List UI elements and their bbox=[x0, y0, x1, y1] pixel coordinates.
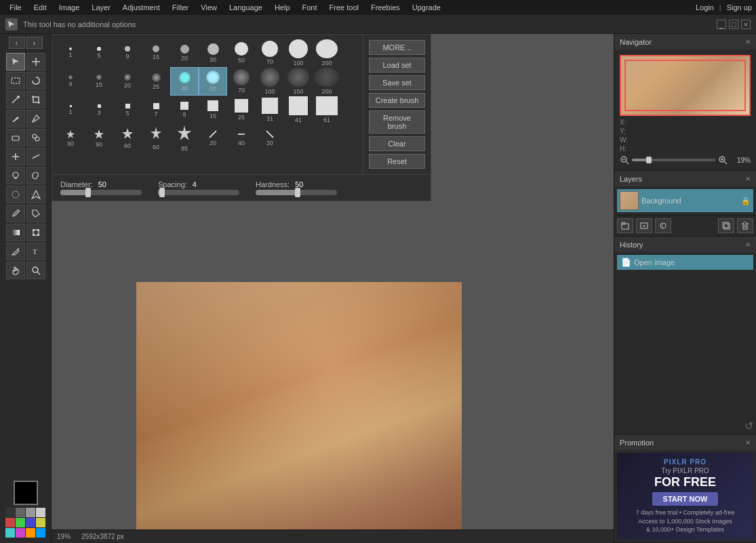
brush-15[interactable]: 15 bbox=[142, 39, 170, 67]
brush-100[interactable]: 100 bbox=[284, 39, 313, 67]
brush-sharp-25[interactable]: 25 bbox=[227, 96, 256, 124]
rectangle-select-tool[interactable] bbox=[6, 72, 25, 89]
create-brush-button[interactable]: Create brush bbox=[369, 93, 425, 108]
brush-r2-25[interactable]: 25 bbox=[142, 67, 170, 96]
signup-link[interactable]: Sign up bbox=[727, 3, 752, 12]
smudge-tool[interactable] bbox=[26, 148, 45, 165]
color-cell[interactable] bbox=[26, 508, 35, 517]
heal-tool[interactable] bbox=[6, 148, 25, 165]
brush-r2-20[interactable]: 20 bbox=[113, 67, 142, 96]
pen-tool[interactable] bbox=[6, 243, 25, 260]
spacing-slider[interactable] bbox=[158, 190, 239, 195]
window-close-btn[interactable]: × bbox=[741, 20, 751, 29]
menu-image[interactable]: Image bbox=[54, 2, 85, 13]
brush-r2-15[interactable]: 15 bbox=[85, 67, 113, 96]
navigator-close[interactable]: × bbox=[745, 37, 751, 47]
menu-edit[interactable]: Edit bbox=[28, 2, 52, 13]
burn-tool[interactable] bbox=[26, 167, 45, 184]
brush-r2-200[interactable]: 200 bbox=[313, 67, 341, 96]
layers-close[interactable]: × bbox=[745, 174, 751, 184]
brush-sharp-61[interactable]: 61 bbox=[313, 96, 341, 124]
clone-tool[interactable] bbox=[26, 129, 45, 146]
menu-adjustment[interactable]: Adjustment bbox=[117, 2, 165, 13]
brush-line45-20[interactable]: 20 bbox=[199, 124, 227, 153]
menu-file[interactable]: File bbox=[4, 2, 27, 13]
brush-50[interactable]: 50 bbox=[227, 39, 256, 67]
layer-effects-btn[interactable] bbox=[655, 218, 671, 233]
menu-freebies[interactable]: Freebies bbox=[365, 2, 405, 13]
diameter-slider[interactable] bbox=[60, 190, 142, 195]
color-cell[interactable] bbox=[16, 528, 25, 538]
menu-view[interactable]: View bbox=[195, 2, 222, 13]
fill-tool[interactable] bbox=[26, 205, 45, 222]
brush-star4b-90[interactable]: 90 bbox=[85, 124, 113, 153]
color-cell[interactable] bbox=[16, 518, 25, 527]
color-cell[interactable] bbox=[36, 518, 45, 527]
brush-r2-50[interactable]: 50 bbox=[199, 67, 227, 96]
hardness-slider[interactable] bbox=[256, 190, 337, 195]
history-close[interactable]: × bbox=[745, 239, 751, 249]
color-cell[interactable] bbox=[16, 508, 25, 517]
menu-font[interactable]: Font bbox=[297, 2, 323, 13]
canvas-area[interactable]: 1 5 9 15 20 30 50 70 100 200 bbox=[52, 34, 614, 543]
menu-upgrade[interactable]: Upgrade bbox=[407, 2, 446, 13]
brush-line45b-20[interactable]: 20 bbox=[256, 124, 284, 153]
brush-r2-30[interactable]: 30 bbox=[170, 67, 199, 96]
layer-duplicate-btn[interactable] bbox=[718, 218, 734, 233]
brush-r2-70[interactable]: 70 bbox=[227, 67, 256, 96]
brush-line-40[interactable]: 40 bbox=[227, 124, 256, 153]
brush-star4-90[interactable]: 90 bbox=[56, 124, 85, 153]
promotion-close[interactable]: × bbox=[745, 437, 751, 447]
layer-background[interactable]: Background 🔒 bbox=[617, 189, 753, 212]
wand-tool[interactable] bbox=[6, 91, 25, 108]
menu-language[interactable]: Language bbox=[224, 2, 268, 13]
gradient-tool[interactable] bbox=[6, 224, 25, 241]
menu-free-tool[interactable]: Free tool bbox=[324, 2, 364, 13]
text-tool[interactable]: T bbox=[26, 243, 45, 260]
clear-button[interactable]: Clear bbox=[369, 136, 425, 151]
brush-5[interactable]: 5 bbox=[85, 39, 113, 67]
sharpen-tool[interactable] bbox=[26, 186, 45, 203]
eraser-tool[interactable] bbox=[6, 129, 25, 146]
menu-help[interactable]: Help bbox=[269, 2, 296, 13]
brush-r2-9[interactable]: 9 bbox=[56, 67, 85, 96]
save-set-button[interactable]: Save set bbox=[369, 75, 425, 90]
brush-30[interactable]: 30 bbox=[199, 39, 227, 67]
menu-layer[interactable]: Layer bbox=[86, 2, 116, 13]
color-cell[interactable] bbox=[5, 528, 15, 538]
brush-sharp-5[interactable]: 5 bbox=[113, 96, 142, 124]
brush-star8-60[interactable]: 60 bbox=[142, 124, 170, 153]
dodge-tool[interactable] bbox=[6, 167, 25, 184]
layer-new-btn[interactable] bbox=[636, 218, 652, 233]
brush-200[interactable]: 200 bbox=[313, 39, 341, 67]
color-cell[interactable] bbox=[5, 508, 15, 517]
remove-brush-button[interactable]: Remove brush bbox=[369, 110, 425, 134]
login-link[interactable]: Login bbox=[696, 3, 714, 12]
brush-sharp-9[interactable]: 9 bbox=[170, 96, 199, 124]
window-restore-btn[interactable]: □ bbox=[729, 20, 738, 29]
brush-sharp-41[interactable]: 41 bbox=[284, 96, 313, 124]
brush-sharp-7[interactable]: 7 bbox=[142, 96, 170, 124]
brush-20[interactable]: 20 bbox=[170, 39, 199, 67]
history-open-image[interactable]: 📄 Open image bbox=[617, 255, 753, 270]
brush-tool[interactable] bbox=[26, 110, 45, 127]
zoom-in-icon[interactable] bbox=[718, 155, 728, 165]
more-button[interactable]: MORE .. bbox=[369, 40, 425, 55]
zoom-out-icon[interactable] bbox=[620, 155, 629, 165]
layer-new-group-btn[interactable] bbox=[617, 218, 633, 233]
brush-sharp-3[interactable]: 3 bbox=[85, 96, 113, 124]
transform-tool[interactable] bbox=[26, 224, 45, 241]
crop-tool[interactable] bbox=[26, 91, 45, 108]
brush-sharp-31[interactable]: 31 bbox=[256, 96, 284, 124]
color-cell[interactable] bbox=[36, 508, 45, 517]
brush-1[interactable]: 1 bbox=[56, 39, 85, 67]
color-cell[interactable] bbox=[26, 518, 35, 527]
lasso-tool[interactable] bbox=[26, 72, 45, 89]
brush-9[interactable]: 9 bbox=[113, 39, 142, 67]
toolbar-prev-btn[interactable]: ‹ bbox=[9, 37, 25, 49]
window-minimize-btn[interactable]: _ bbox=[717, 20, 726, 29]
eye-dropper-tool[interactable] bbox=[6, 205, 25, 222]
nav-zoom-slider[interactable] bbox=[632, 159, 715, 161]
brush-r2-100[interactable]: 100 bbox=[256, 67, 284, 96]
brush-star6-60[interactable]: 60 bbox=[113, 124, 142, 153]
